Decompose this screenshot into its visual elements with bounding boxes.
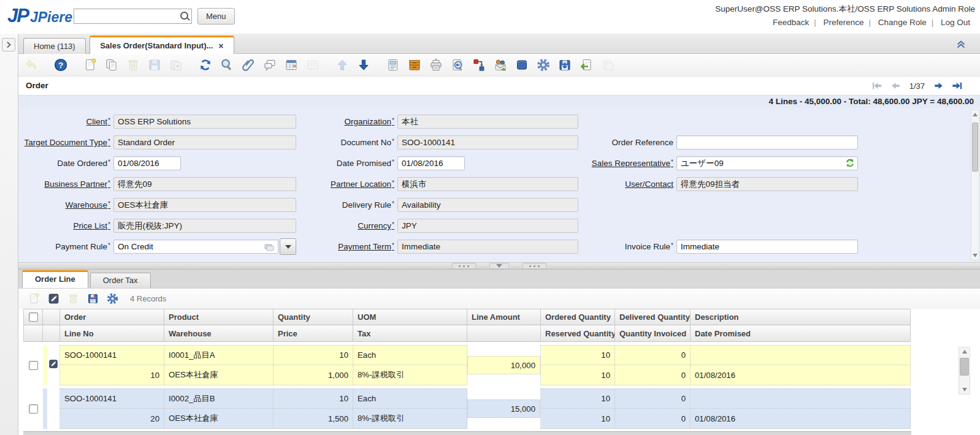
warehouse-label[interactable]: Warehouse* [66,200,110,210]
status-line: 4 Lines - 45,000.00 - Total: 48,600.00 J… [768,97,974,106]
date-promised-field[interactable]: 01/08/2016 [397,156,465,170]
edit-row-icon[interactable] [48,358,59,372]
table-row[interactable]: SOO-1000141I0002_品目B10Each15,00010020OES… [23,388,980,429]
copy-record-icon[interactable] [104,57,120,73]
grid-edit-icon[interactable] [47,292,60,306]
sales-representative-field[interactable]: ユーザー09 [676,156,858,170]
tab-order-tax[interactable]: Order Tax [90,273,151,288]
record-position: 1/37 [909,81,925,91]
business-partner-label[interactable]: Business Partner* [44,180,110,189]
jpiere-logo[interactable]: JPJPiere [7,5,72,27]
partner-location-label[interactable]: Partner Location* [331,180,394,189]
sidebar-expand-button[interactable] [2,38,15,51]
report-icon[interactable] [385,57,401,73]
column-header: Product [164,309,274,325]
new-record-icon[interactable] [82,57,98,73]
cell-line-amount: 15,000 [467,388,541,429]
scroll-up-icon[interactable] [973,113,978,116]
feedback-link[interactable]: Feedback [773,18,809,27]
target-document-type-label[interactable]: Target Document Type* [25,138,110,147]
print-icon[interactable] [428,57,444,73]
table-row[interactable]: SOO-1000141I0001_品目A10Each10,00010010OES… [23,345,980,385]
requests-icon[interactable] [492,57,508,73]
payment-rule-value[interactable]: On Credit [113,240,278,254]
horizontal-scrollbar[interactable] [23,431,911,435]
record-info-icon[interactable] [844,157,856,168]
grid-new-icon [27,292,40,306]
product-info-icon[interactable] [514,57,530,73]
cell-product: I0002_品目B [164,388,274,409]
tab-home[interactable]: Home (113) [23,38,86,54]
form-scrollbar[interactable] [971,110,979,260]
row-checkbox[interactable] [29,361,38,370]
grid-scrollbar[interactable] [959,347,970,395]
order-reference-field[interactable] [676,135,858,149]
organization-label[interactable]: Organization* [345,117,394,126]
find-icon[interactable] [219,57,235,73]
column-header: Quantity [274,309,353,325]
payment-rule-field[interactable]: On Credit [113,240,296,254]
document-no-field: SOO-1000141 [397,135,578,149]
scroll-down-icon[interactable] [962,388,967,392]
refresh-icon[interactable] [197,57,213,73]
sales-representative-label[interactable]: Sales Representative* [592,159,673,168]
collapse-header-icon[interactable] [954,39,968,50]
scrollbar-thumb[interactable] [972,123,978,172]
global-search-input[interactable] [74,9,180,24]
logout-link[interactable]: Log Out [941,18,970,27]
splitter[interactable] [18,262,980,270]
price-list-label[interactable]: Price List* [74,221,110,230]
grid-toggle-icon[interactable] [283,57,299,73]
date-ordered-field[interactable]: 01/08/2016 [113,156,181,170]
first-record-icon [871,81,883,91]
preference-link[interactable]: Preference [824,18,864,27]
cell-date-promised: 01/08/2016 [691,365,911,385]
chat-icon[interactable] [262,57,278,73]
dropdown-button[interactable] [280,238,296,255]
workflow-icon[interactable] [471,57,487,73]
tab-sales-order[interactable]: Sales Order(Standard Input)... × [90,36,234,54]
search-icon [180,12,188,20]
scrollbar-thumb[interactable] [960,358,969,376]
invoice-rule-label: Invoice Rule* [625,242,673,251]
process-icon[interactable] [535,57,551,73]
splitter-handle[interactable] [452,263,476,269]
cell-reserved-quantity: 10 [541,409,615,429]
attachment-icon[interactable] [240,57,256,73]
cell-line-amount: 10,000 [467,345,541,385]
cell-quantity-invoiced: 0 [615,409,691,429]
undo-icon [23,57,39,73]
export-icon[interactable] [557,57,573,73]
user-contact-label[interactable]: User/Contact [625,180,673,189]
payment-term-label[interactable]: Payment Term* [338,242,394,251]
close-tab-icon[interactable]: × [218,42,223,50]
cell-delivered-quantity: 0 [615,345,691,365]
client-label[interactable]: Client* [86,117,110,126]
grid-customize-icon[interactable] [105,292,119,306]
change-role-link[interactable]: Change Role [878,18,927,27]
next-record-icon[interactable] [933,81,944,91]
payment-term-field: Immediate [397,240,578,254]
detail-record-icon[interactable] [356,57,372,73]
global-search-button[interactable] [177,9,192,24]
csv-import-icon[interactable] [578,57,594,73]
splitter-collapse-icon[interactable] [489,263,509,269]
last-record-icon[interactable] [951,81,963,91]
row-checkbox[interactable] [29,404,38,414]
archive-icon[interactable] [407,57,423,73]
select-all-checkbox[interactable] [29,312,38,322]
scroll-up-icon[interactable] [962,350,967,354]
menu-button[interactable]: Menu [197,8,235,25]
tab-order-line[interactable]: Order Line [22,270,88,288]
order-reference-label: Order Reference [611,138,673,147]
collapsed-sidebar [0,34,18,435]
client-field: OSS ERP Solutions [113,115,296,129]
splitter-handle[interactable] [523,263,546,269]
scroll-down-icon[interactable] [973,254,978,257]
column-header: Line No [60,325,164,342]
print-preview-icon[interactable] [450,57,465,73]
grid-save-icon[interactable] [86,292,99,306]
currency-label[interactable]: Currency* [358,221,394,230]
invoice-rule-field[interactable]: Immediate [676,240,858,254]
help-icon[interactable]: ? [53,57,69,73]
